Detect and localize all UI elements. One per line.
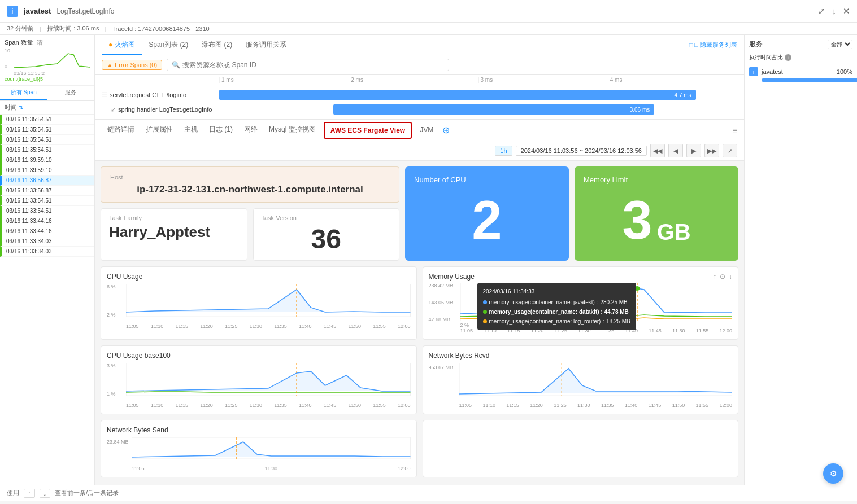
span-bar-2[interactable]: 3.06 ms bbox=[333, 104, 655, 115]
svg-rect-2 bbox=[460, 283, 733, 321]
service-panel: 服务 全部 执行时间占比 i j javatest 100% bbox=[744, 35, 857, 485]
x-label: 11:55 bbox=[373, 323, 386, 329]
network-send-title: Network Bytes Send bbox=[107, 426, 411, 434]
prev-record-btn[interactable]: ↑ bbox=[24, 489, 35, 498]
tab-network[interactable]: 网络 bbox=[238, 120, 263, 140]
x-label: 11:40 bbox=[625, 328, 638, 334]
tab-all-span[interactable]: 所有 Span bbox=[0, 86, 47, 100]
next-record-btn[interactable]: ↓ bbox=[40, 489, 51, 498]
tab-logs[interactable]: 日志 (1) bbox=[203, 120, 238, 140]
list-item[interactable]: 03/16 11:33:34.03 bbox=[0, 247, 94, 257]
step-forward-btn[interactable]: ▶ bbox=[686, 144, 701, 157]
expand-icon[interactable]: ⤢ bbox=[818, 6, 825, 16]
net-rcvd-y: 953.67 MB bbox=[429, 365, 454, 370]
x-label: 11:40 bbox=[299, 323, 312, 329]
tab-jvm[interactable]: JVM bbox=[414, 121, 439, 139]
time-period-btn[interactable]: 1h bbox=[495, 146, 512, 156]
tab-service[interactable]: 服务 bbox=[47, 86, 95, 100]
list-item[interactable]: 03/16 11:35:54.51 bbox=[0, 125, 94, 135]
task-family-value: Harry_Apptest bbox=[109, 223, 239, 241]
mem-y-2: 143.05 MB bbox=[429, 300, 459, 305]
service-name: javatest bbox=[762, 68, 833, 75]
list-icon[interactable]: ☰ bbox=[102, 91, 107, 99]
tab-add[interactable]: ⊕ bbox=[439, 125, 453, 135]
exec-time-label: 执行时间占比 bbox=[749, 54, 783, 62]
list-item[interactable]: 03/16 11:33:34.03 bbox=[0, 236, 94, 247]
list-item[interactable]: 03/16 11:33:54.51 bbox=[0, 196, 94, 206]
memory-limit-label: Memory Limit bbox=[584, 176, 729, 184]
sort-icon[interactable]: ⇅ bbox=[19, 104, 23, 111]
info-icon: i bbox=[785, 54, 791, 61]
tab-aws-ecs[interactable]: AWS ECS Fargate View bbox=[324, 122, 412, 139]
x-label: 11:50 bbox=[348, 323, 361, 329]
close-icon[interactable]: ✕ bbox=[843, 6, 850, 16]
x-label: 11:50 bbox=[672, 328, 685, 334]
detail-tabs: 链路详情 扩展属性 主机 日志 (1) 网络 Mysql 监控视图 AWS EC… bbox=[95, 120, 744, 141]
error-badge[interactable]: ▲ Error Spans (0) bbox=[102, 60, 162, 70]
time-label: 03/16 11:33:2 bbox=[14, 71, 90, 76]
tab-host[interactable]: 主机 bbox=[179, 120, 203, 140]
list-item[interactable]: 03/16 11:35:54.51 bbox=[0, 135, 94, 145]
use-label: 使用 bbox=[7, 489, 19, 497]
list-item[interactable]: 03/16 11:33:44.16 bbox=[0, 216, 94, 226]
cpu100-y-min: 1 % bbox=[107, 391, 125, 397]
x-label: 11:30 bbox=[578, 328, 591, 334]
tab-spanlist[interactable]: Span列表 (2) bbox=[142, 36, 195, 55]
list-item[interactable]: 03/16 11:33:56.87 bbox=[0, 186, 94, 196]
span-bar-1[interactable]: 4.7 ms bbox=[219, 90, 696, 100]
settings-icon[interactable]: ⊙ bbox=[720, 273, 725, 281]
time-ago: 32 分钟前 bbox=[7, 24, 34, 33]
tab-collapse-icon[interactable]: ≡ bbox=[733, 126, 737, 135]
span-duration-2: 3.06 ms bbox=[630, 107, 650, 113]
cpu-count-label: Number of CPU bbox=[414, 176, 560, 184]
tab-chain[interactable]: 链路详情 bbox=[102, 120, 140, 140]
hide-icon: □ bbox=[689, 42, 693, 49]
y-zero: 0 bbox=[5, 64, 7, 69]
memory-limit-value: 3 bbox=[622, 193, 652, 247]
list-item[interactable]: 03/16 11:39:59.10 bbox=[0, 165, 94, 176]
service-icon: j bbox=[749, 67, 758, 76]
hide-service-btn[interactable]: □ □ 隐藏服务列表 bbox=[689, 41, 737, 49]
x-label: 11:10 bbox=[484, 328, 497, 334]
list-item[interactable]: 03/16 11:35:54.51 bbox=[0, 145, 94, 155]
app-method: LogTest.getLogInfo bbox=[56, 7, 114, 15]
left-sidebar: Span 数量 请 10 0 03/16 11:33:2 count(trace… bbox=[0, 35, 95, 485]
tab-flamegraph[interactable]: ● 火焰图 bbox=[102, 36, 142, 55]
download-icon[interactable]: ↓ bbox=[832, 6, 837, 16]
list-item[interactable]: 03/16 11:36:56.87 bbox=[0, 176, 94, 186]
list-item[interactable]: 03/16 11:39:59.10 bbox=[0, 155, 94, 165]
expand-icon-2[interactable]: ⤢ bbox=[111, 106, 116, 113]
list-item[interactable]: 03/16 11:33:54.51 bbox=[0, 206, 94, 216]
list-item[interactable]: 03/16 11:35:54.51 bbox=[0, 115, 94, 125]
search-input[interactable] bbox=[182, 61, 444, 69]
fab-button[interactable]: ⚙ bbox=[823, 463, 843, 484]
download-chart-icon[interactable]: ↓ bbox=[729, 273, 732, 281]
sep2: | bbox=[105, 25, 106, 32]
tab-extend[interactable]: 扩展属性 bbox=[140, 120, 179, 140]
service-filter-select[interactable]: 全部 bbox=[828, 40, 852, 49]
dashboard: Host ip-172-31-32-131.cn-northwest-1.com… bbox=[95, 161, 744, 485]
time-range-text: 2024/03/16 11:03:56 ~ 2024/03/16 12:03:5… bbox=[516, 146, 647, 156]
host-card: Host ip-172-31-32-131.cn-northwest-1.com… bbox=[101, 166, 399, 203]
x-label: 11:30 bbox=[250, 323, 263, 329]
upload-icon[interactable]: ↑ bbox=[713, 273, 716, 281]
memory-usage-title: Memory Usage bbox=[429, 273, 475, 281]
cpu-usage-title: CPU Usage bbox=[107, 273, 411, 281]
next-next-btn[interactable]: ▶▶ bbox=[704, 144, 719, 157]
external-link-btn[interactable]: ↗ bbox=[723, 144, 737, 157]
app-name: javatest bbox=[24, 7, 51, 15]
x-label: 11:20 bbox=[531, 328, 544, 334]
tab-mysql[interactable]: Mysql 监控视图 bbox=[263, 120, 321, 140]
span-label-1: ☰ servlet.request GET /loginfo bbox=[102, 91, 219, 99]
prev-prev-btn[interactable]: ◀◀ bbox=[650, 144, 665, 157]
x-label: 11:35 bbox=[602, 328, 615, 334]
cpu100-y-max: 3 % bbox=[107, 363, 125, 369]
x-label: 11:35 bbox=[274, 323, 287, 329]
x-label: 11:15 bbox=[507, 328, 520, 334]
y-max: 10 bbox=[5, 48, 10, 54]
x-label: 11:10 bbox=[151, 323, 164, 329]
tab-service-call[interactable]: 服务调用关系 bbox=[239, 36, 293, 55]
tab-waterfall[interactable]: 瀑布图 (2) bbox=[195, 36, 239, 55]
list-item[interactable]: 03/16 11:33:44.16 bbox=[0, 226, 94, 236]
step-back-btn[interactable]: ◀ bbox=[668, 144, 683, 157]
